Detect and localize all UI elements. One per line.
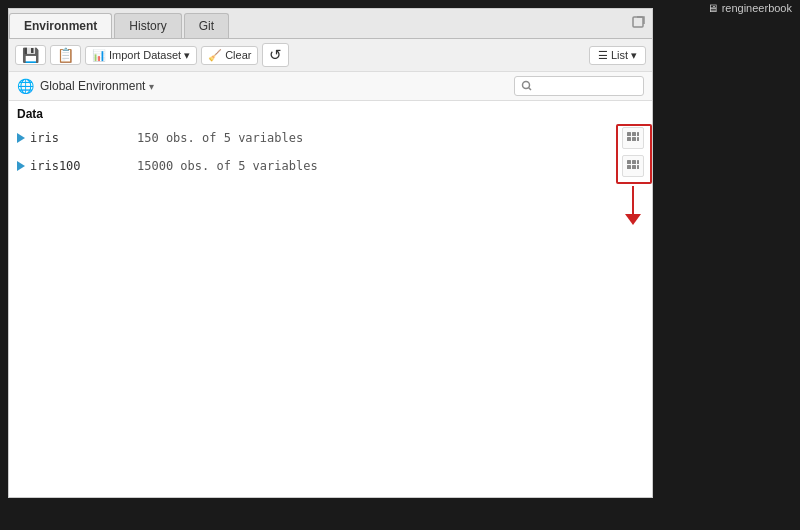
iris-view-button[interactable] (622, 127, 644, 149)
popout-button[interactable] (632, 16, 646, 33)
svg-rect-4 (632, 137, 636, 141)
user-icon: 🖥 (707, 2, 718, 14)
svg-rect-10 (632, 165, 636, 169)
iris100-view-button[interactable] (622, 155, 644, 177)
tab-history[interactable]: History (114, 13, 181, 38)
iris-info: 150 obs. of 5 variables (137, 131, 622, 145)
env-dropdown-arrow: ▾ (149, 81, 154, 92)
clear-button[interactable]: 🧹 Clear (201, 46, 258, 65)
list-icon: ☰ (598, 49, 608, 62)
svg-rect-11 (637, 160, 639, 164)
toolbar: 💾 📋 📊 Import Dataset ▾ 🧹 Clear ↺ ☰ List (9, 39, 652, 72)
content-area: Data iris 150 obs. of 5 variables (9, 101, 652, 497)
load-button[interactable]: 📋 (50, 45, 81, 65)
svg-rect-1 (627, 132, 631, 136)
env-globe-icon: 🌐 (17, 78, 34, 94)
svg-rect-2 (632, 132, 636, 136)
svg-rect-5 (637, 132, 639, 136)
svg-rect-12 (637, 165, 639, 169)
list-dropdown-arrow: ▾ (631, 49, 637, 62)
username-label: rengineerbook (722, 2, 792, 14)
list-view-button[interactable]: ☰ List ▾ (589, 46, 646, 65)
table-row: iris100 15000 obs. of 5 variables (9, 152, 652, 180)
grid-icon-2 (626, 159, 640, 173)
variable-name-iris100: iris100 (17, 159, 137, 173)
svg-rect-7 (627, 160, 631, 164)
svg-rect-8 (632, 160, 636, 164)
tab-environment[interactable]: Environment (9, 13, 112, 38)
tab-git[interactable]: Git (184, 13, 229, 38)
svg-rect-3 (627, 137, 631, 141)
grid-icon (626, 131, 640, 145)
clear-icon: 🧹 (208, 49, 222, 62)
global-environment-button[interactable]: Global Environment ▾ (40, 79, 154, 93)
username-bar: 🖥 rengineerbook (699, 0, 800, 16)
environment-panel: Environment History Git 💾 📋 (8, 8, 653, 498)
environment-row: 🌐 Global Environment ▾ (9, 72, 652, 101)
import-dataset-button[interactable]: 📊 Import Dataset ▾ (85, 46, 197, 65)
iris100-info: 15000 obs. of 5 variables (137, 159, 622, 173)
svg-rect-6 (637, 137, 639, 141)
import-dropdown-arrow: ▾ (184, 49, 190, 62)
variable-name-iris: iris (17, 131, 137, 145)
iris100-arrow-icon (17, 161, 25, 171)
data-section-header: Data (9, 101, 652, 124)
iris-arrow-icon (17, 133, 25, 143)
table-row: iris 150 obs. of 5 variables (9, 124, 652, 152)
refresh-button[interactable]: ↺ (262, 43, 289, 67)
svg-rect-0 (633, 17, 643, 27)
tab-bar: Environment History Git (9, 9, 652, 39)
arrow-pointer (625, 186, 641, 225)
refresh-icon: ↺ (269, 46, 282, 64)
load-icon: 📋 (57, 48, 74, 62)
search-input[interactable] (514, 76, 644, 96)
save-icon: 💾 (22, 48, 39, 62)
svg-rect-9 (627, 165, 631, 169)
save-button[interactable]: 💾 (15, 45, 46, 65)
import-icon: 📊 (92, 49, 106, 62)
